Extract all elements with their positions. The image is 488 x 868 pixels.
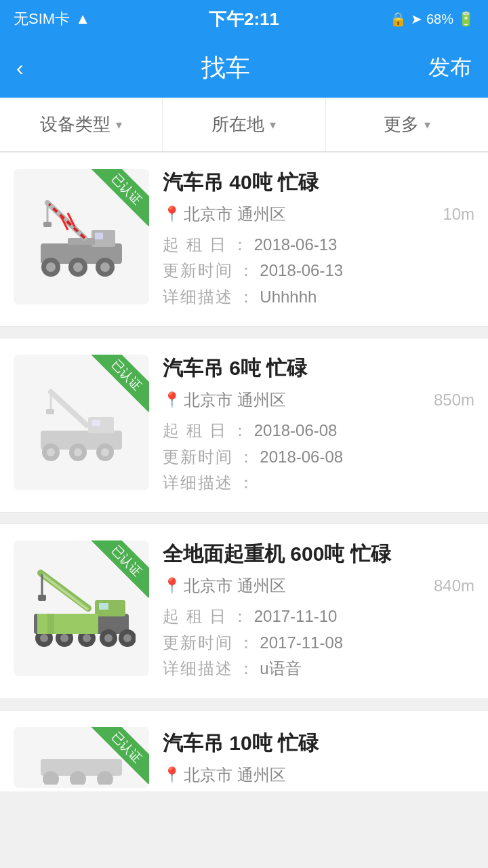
listing-image-partial: 已认证 xyxy=(14,727,149,788)
status-bar: 无SIM卡 ▲ 下午2:11 🔒 ➤ 68% 🔋 xyxy=(0,0,488,38)
listing-location-1: 📍 北京市 通州区 850m xyxy=(163,389,474,411)
distance-1: 850m xyxy=(434,391,474,410)
listing-meta-2: 起 租 日 ： 2017-11-10 更新时间 ： 2017-11-08 详细描… xyxy=(163,604,474,682)
listing-title-1: 汽车吊 6吨 忙碌 xyxy=(163,355,474,382)
listing-location-0: 📍 北京市 通州区 10m xyxy=(163,203,474,225)
svg-point-2 xyxy=(46,262,56,272)
svg-line-25 xyxy=(51,392,87,425)
svg-rect-8 xyxy=(95,233,103,239)
location-pin-icon-2: 📍 xyxy=(163,577,181,595)
svg-rect-40 xyxy=(99,603,108,610)
listing-item-0[interactable]: 已认证 汽车吊 40吨 忙碌 📍 北京市 通州区 10m 起 租 日 ： 201… xyxy=(0,152,488,327)
svg-point-30 xyxy=(40,634,48,642)
svg-point-36 xyxy=(104,634,113,642)
svg-rect-27 xyxy=(46,409,54,414)
location-text-1: 📍 北京市 通州区 xyxy=(163,389,286,411)
filter-more-arrow: ▾ xyxy=(424,117,430,132)
filter-equipment-label: 设备类型 xyxy=(40,113,110,136)
svg-point-18 xyxy=(47,448,55,456)
listing-image-1: 已认证 xyxy=(14,355,149,490)
filter-location-label: 所在地 xyxy=(211,113,264,136)
listing-image-0: 已认证 xyxy=(14,169,149,304)
filter-more[interactable]: 更多 ▾ xyxy=(326,98,488,151)
svg-point-20 xyxy=(74,448,82,456)
filter-bar: 设备类型 ▾ 所在地 ▾ 更多 ▾ xyxy=(0,98,488,152)
battery-text: 68% xyxy=(426,12,453,27)
badge-0: 已认证 xyxy=(88,169,149,230)
listing-title-0: 汽车吊 40吨 忙碌 xyxy=(163,169,474,197)
distance-0: 10m xyxy=(443,205,474,224)
listing-title-partial: 汽车吊 10吨 忙碌 xyxy=(163,730,474,757)
status-left: 无SIM卡 ▲ xyxy=(14,9,90,29)
listing-item-1[interactable]: 已认证 汽车吊 6吨 忙碌 📍 北京市 通州区 850m 起 租 日 ： 201… xyxy=(0,338,488,513)
location-text-2: 📍 北京市 通州区 xyxy=(163,575,286,597)
location-pin-icon-partial: 📍 xyxy=(163,766,181,784)
listing-info-partial: 汽车吊 10吨 忙碌 📍 北京市 通州区 xyxy=(149,727,474,785)
listing-meta-1: 起 租 日 ： 2018-06-08 更新时间 ： 2018-06-08 详细描… xyxy=(163,418,474,496)
crane-icon-partial xyxy=(27,730,136,785)
svg-point-22 xyxy=(101,448,109,456)
listing-image-2: 已认证 xyxy=(14,540,149,676)
svg-point-4 xyxy=(73,262,83,272)
status-right: 🔒 ➤ 68% 🔋 xyxy=(390,11,474,27)
filter-more-label: 更多 xyxy=(384,113,419,136)
page-title: 找车 xyxy=(201,52,250,85)
listing-meta-0: 起 租 日 ： 2018-06-13 更新时间 ： 2018-06-13 详细描… xyxy=(163,232,474,310)
listing-info-2: 全地面起重机 600吨 忙碌 📍 北京市 通州区 840m 起 租 日 ： 20… xyxy=(149,540,474,682)
svg-rect-46 xyxy=(37,614,45,634)
listing-info-1: 汽车吊 6吨 忙碌 📍 北京市 通州区 850m 起 租 日 ： 2018-06… xyxy=(149,355,474,496)
svg-rect-9 xyxy=(68,238,95,245)
status-time: 下午2:11 xyxy=(209,7,279,31)
svg-rect-45 xyxy=(38,595,46,601)
badge-1: 已认证 xyxy=(88,355,149,416)
no-sim-text: 无SIM卡 xyxy=(14,9,70,29)
nav-bar: ‹ 找车 发布 xyxy=(0,38,488,98)
svg-rect-23 xyxy=(88,417,114,433)
svg-point-34 xyxy=(83,634,91,642)
listing-location-2: 📍 北京市 通州区 840m xyxy=(163,575,474,597)
back-button[interactable]: ‹ xyxy=(16,56,24,81)
publish-button[interactable]: 发布 xyxy=(428,53,472,83)
svg-line-10 xyxy=(47,203,85,238)
svg-point-6 xyxy=(100,262,110,272)
listing-title-2: 全地面起重机 600吨 忙碌 xyxy=(163,540,474,568)
listing-info-0: 汽车吊 40吨 忙碌 📍 北京市 通州区 10m 起 租 日 ： 2018-06… xyxy=(149,169,474,310)
badge-2: 已认证 xyxy=(88,540,149,601)
lock-icon: 🔒 xyxy=(390,11,407,27)
location-text-partial: 📍 北京市 通州区 xyxy=(163,764,286,786)
listing-location-partial: 📍 北京市 通州区 xyxy=(163,764,474,786)
svg-line-43 xyxy=(42,574,88,610)
listing-item-partial[interactable]: 已认证 汽车吊 10吨 忙碌 📍 北京市 通州区 xyxy=(0,710,488,791)
svg-point-32 xyxy=(60,634,68,642)
svg-rect-47 xyxy=(47,614,54,634)
filter-equipment-type[interactable]: 设备类型 ▾ xyxy=(0,98,163,151)
location-pin-icon-1: 📍 xyxy=(163,391,181,409)
battery-icon: 🔋 xyxy=(458,11,474,27)
svg-point-38 xyxy=(123,634,131,642)
wifi-icon: ▲ xyxy=(75,10,90,28)
listing-item-2[interactable]: 已认证 全地面起重机 600吨 忙碌 📍 北京市 通州区 840m 起 租 日 … xyxy=(0,524,488,698)
svg-rect-41 xyxy=(37,614,98,634)
badge-ribbon-0: 已认证 xyxy=(90,169,149,226)
badge-ribbon-1: 已认证 xyxy=(90,355,149,412)
svg-rect-13 xyxy=(43,222,52,227)
distance-2: 840m xyxy=(434,576,474,595)
location-text-0: 📍 北京市 通州区 xyxy=(163,203,286,225)
filter-location-arrow: ▾ xyxy=(270,117,276,132)
location-icon: ➤ xyxy=(411,11,422,27)
badge-ribbon-2: 已认证 xyxy=(90,540,149,597)
location-pin-icon: 📍 xyxy=(163,205,181,223)
svg-rect-24 xyxy=(92,420,100,426)
filter-location[interactable]: 所在地 ▾ xyxy=(163,98,325,151)
filter-equipment-arrow: ▾ xyxy=(116,117,122,132)
